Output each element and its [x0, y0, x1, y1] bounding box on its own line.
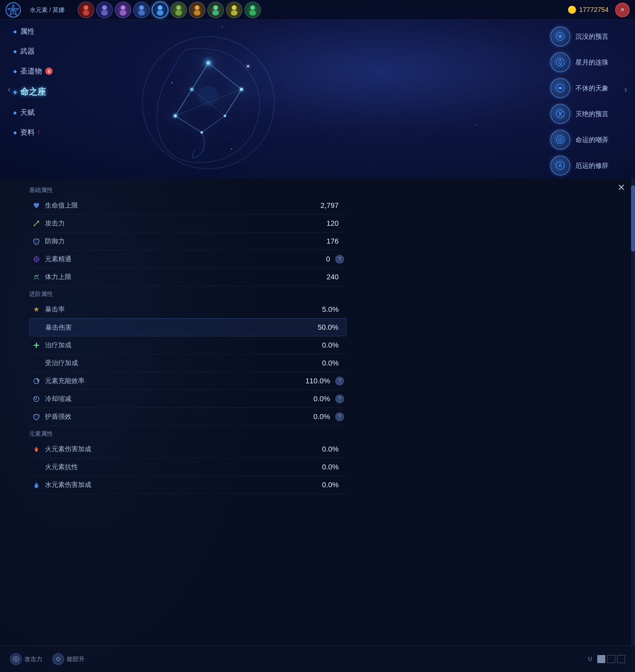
bottom-section: ✕ 基础属性 生命值上限 2,797 — [0, 179, 635, 672]
svg-point-43 — [200, 131, 203, 134]
chevron-left-icon: ‹ — [7, 84, 10, 95]
nav-item-artifacts[interactable]: 圣遗物 5 — [13, 66, 52, 76]
char-avatar-10[interactable] — [244, 2, 261, 18]
svg-point-6 — [102, 5, 107, 10]
svg-point-47 — [245, 64, 251, 69]
char-avatar-6[interactable] — [170, 2, 187, 18]
svg-line-29 — [202, 116, 225, 132]
char-avatar-7[interactable] — [189, 2, 205, 18]
svg-point-9 — [120, 10, 126, 16]
healing-value: 0.0% — [299, 341, 339, 350]
cdr-help-button[interactable]: ? — [335, 395, 344, 403]
svg-point-5 — [83, 10, 89, 16]
char-avatar-5-active[interactable] — [152, 2, 168, 18]
nav-item-info[interactable]: 资料 ! — [13, 127, 52, 138]
top-section: 水元素 / 莫娜 — [0, 0, 635, 179]
stamina-value: 240 — [299, 273, 339, 281]
char-background — [0, 179, 265, 672]
scrollbar-track[interactable] — [631, 179, 635, 672]
crit-dmg-value: 50.0% — [299, 323, 338, 332]
svg-point-14 — [176, 5, 181, 10]
svg-point-4 — [84, 5, 88, 10]
em-help-button[interactable]: ? — [335, 255, 344, 264]
stats-close-icon: ✕ — [617, 183, 625, 193]
nav-label-artifacts: 圣遗物 — [20, 66, 42, 76]
stats-close-button[interactable]: ✕ — [617, 182, 625, 193]
nav-item-talents[interactable]: 天赋 — [13, 108, 52, 118]
hp-value: 2,797 — [299, 201, 339, 210]
char-avatar-1[interactable] — [78, 2, 94, 18]
ui-square-3 — [617, 655, 625, 663]
const-item-2[interactable]: 星月的连珠 — [550, 52, 609, 72]
er-help-button[interactable]: ? — [335, 377, 344, 385]
const-label-4: 灭绝的预言 — [575, 109, 609, 119]
def-value: 176 — [299, 237, 339, 246]
svg-point-49 — [231, 148, 232, 150]
char-avatar-3[interactable] — [115, 2, 131, 18]
svg-point-15 — [175, 10, 182, 16]
currency-area: 🟡 17772754 — [568, 6, 609, 14]
char-tabs — [78, 2, 261, 18]
hydro-dmg-value: 0.0% — [299, 481, 339, 489]
info-badge: ! — [38, 129, 39, 135]
const-label-1: 沉没的预言 — [575, 32, 609, 41]
nav-arrow-right[interactable]: › — [620, 80, 632, 99]
scrollbar-thumb[interactable] — [631, 185, 635, 252]
svg-point-36 — [202, 56, 215, 69]
pyro-dmg-value: 0.0% — [299, 445, 339, 454]
const-item-6[interactable]: 厄运的修辞 — [550, 155, 609, 175]
nav-item-weapon[interactable]: 武器 — [13, 46, 52, 56]
const-icon-5 — [550, 130, 570, 150]
svg-point-20 — [232, 5, 237, 10]
const-label-6: 厄运的修辞 — [575, 161, 609, 170]
em-value: 0 — [290, 255, 330, 264]
nav-item-constellation[interactable]: 命之座 — [13, 86, 52, 98]
svg-point-45 — [198, 86, 218, 106]
bottom-btn-mid[interactable]: 能部升 — [52, 653, 85, 665]
nav-label-info: 资料 — [20, 127, 35, 138]
nav-label-talents: 天赋 — [20, 108, 35, 118]
nav-label-constellation: 命之座 — [20, 86, 46, 98]
const-icon-1 — [550, 26, 570, 46]
bottom-btn-left[interactable]: 攻击力 — [10, 653, 42, 665]
ui-label-u: U — [588, 656, 592, 662]
char-avatar-4[interactable] — [133, 2, 150, 18]
nav-label-weapon: 武器 — [20, 46, 35, 56]
artifacts-badge: 5 — [45, 67, 52, 75]
const-item-3[interactable]: 不休的天象 — [550, 78, 609, 98]
svg-point-18 — [213, 5, 218, 10]
bottom-right: U — [588, 655, 625, 663]
chevron-right-icon: › — [624, 84, 627, 95]
breadcrumb-text: 水元素 / 莫娜 — [30, 6, 65, 14]
const-item-1[interactable]: 沉没的预言 — [550, 26, 609, 46]
constellation-items: 沉没的预言 星月的连珠 不休的天象 — [550, 26, 609, 175]
svg-point-11 — [138, 10, 145, 16]
const-item-4[interactable]: 灭绝的预言 — [550, 104, 609, 124]
svg-line-28 — [175, 116, 202, 132]
logo-area — [0, 2, 26, 18]
ui-squares — [597, 655, 625, 663]
atk-value: 120 — [299, 219, 339, 228]
svg-line-27 — [175, 89, 192, 116]
const-item-5[interactable]: 命运的嘲弄 — [550, 130, 609, 150]
char-avatar-8[interactable] — [207, 2, 224, 18]
bottom-btn-left-label: 攻击力 — [24, 655, 42, 663]
svg-point-16 — [195, 5, 199, 10]
svg-point-23 — [249, 10, 256, 16]
shield-help-button[interactable]: ? — [335, 413, 344, 421]
game-logo-icon — [5, 2, 21, 18]
char-avatar-9[interactable] — [226, 2, 242, 18]
shield-value: 0.0% — [290, 413, 330, 421]
side-nav: 属性 武器 圣遗物 5 命之座 天赋 资料 ! — [13, 26, 52, 138]
crit-rate-value: 5.0% — [299, 305, 339, 314]
ui-square-2 — [607, 655, 615, 663]
svg-point-59 — [556, 162, 564, 169]
const-label-5: 命运的嘲弄 — [575, 135, 609, 144]
bottom-btn-mid-icon — [52, 653, 64, 665]
bottom-btn-left-icon — [10, 653, 22, 665]
svg-point-54 — [560, 64, 561, 65]
svg-point-10 — [139, 5, 144, 10]
char-avatar-2[interactable] — [96, 2, 113, 18]
nav-item-attributes[interactable]: 属性 — [13, 26, 52, 37]
close-button[interactable]: × — [615, 3, 630, 17]
